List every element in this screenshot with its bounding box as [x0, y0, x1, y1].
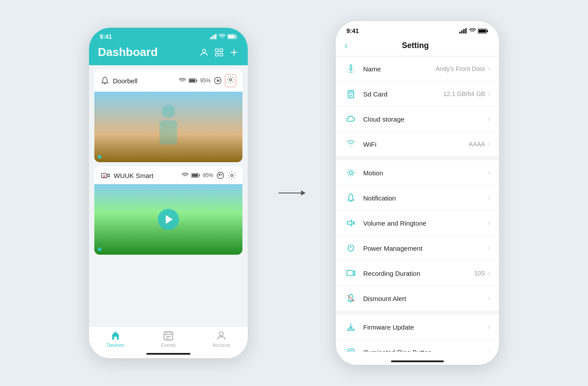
- settings-cloud[interactable]: Cloud storage ›: [336, 107, 499, 132]
- chevron-icon-3: ›: [488, 115, 490, 123]
- settings-power[interactable]: Power Management ›: [336, 236, 499, 261]
- settings-name[interactable]: Name Andy's Front Door ›: [336, 56, 499, 82]
- play-icon[interactable]: [213, 76, 222, 85]
- svg-rect-41: [465, 28, 467, 33]
- add-icon[interactable]: [229, 48, 239, 57]
- person-icon[interactable]: [199, 48, 209, 57]
- settings-motion-label: Motion: [363, 169, 485, 177]
- svg-rect-39: [461, 30, 463, 33]
- wuuk-battery: 95%: [203, 172, 213, 178]
- svg-rect-48: [349, 92, 353, 94]
- left-home-indicator: [146, 353, 190, 355]
- camera-icon: [100, 172, 110, 179]
- svg-point-7: [202, 49, 205, 52]
- settings-name-label: Name: [363, 65, 435, 73]
- gear-icon[interactable]: [226, 75, 235, 84]
- account-icon: [216, 330, 227, 341]
- svg-point-52: [348, 170, 354, 176]
- settings-motion[interactable]: Motion ›: [336, 160, 499, 186]
- settings-wifi[interactable]: WiFi AAAA ›: [336, 132, 499, 157]
- sdcard-icon: [345, 88, 357, 100]
- svg-rect-16: [189, 79, 195, 82]
- doorbell-header: Doorbell 95%: [94, 70, 242, 92]
- left-phone: 9:41 Dashboard: [89, 28, 248, 358]
- left-status-icons: [210, 34, 237, 39]
- nav-events[interactable]: Events: [142, 330, 195, 348]
- settings-recording[interactable]: Recording Duration 10S ›: [336, 261, 499, 286]
- svg-rect-27: [192, 174, 198, 177]
- svg-rect-10: [216, 53, 218, 56]
- wuuk-play-btn[interactable]: [158, 209, 179, 230]
- wuuk-name: WUUK Smart: [114, 172, 178, 179]
- chevron-icon-10: ›: [488, 294, 490, 302]
- settings-sdcard-value: 12.1 GB/64 GB: [443, 90, 485, 97]
- wuuk-replay-icon[interactable]: [216, 171, 225, 180]
- doorbell-name: Doorbell: [113, 77, 175, 85]
- header-actions: [199, 48, 239, 57]
- settings-firmware[interactable]: Firmware Update ›: [336, 315, 499, 340]
- settings-ring[interactable]: Illuminated Ring Button ›: [336, 340, 499, 352]
- settings-sdcard-label: Sd Card: [363, 90, 443, 98]
- left-status-bar: 9:41: [89, 28, 248, 42]
- chevron-icon-12: ›: [488, 348, 490, 352]
- notification-icon: [345, 192, 357, 204]
- settings-recording-value: 10S: [474, 270, 485, 277]
- right-battery-icon: [478, 28, 488, 34]
- home-icon: [110, 330, 121, 341]
- svg-rect-58: [348, 329, 354, 331]
- nav-devices[interactable]: Devices: [89, 330, 142, 348]
- svg-rect-21: [160, 120, 177, 145]
- nav-account-label: Account: [212, 342, 230, 348]
- settings-volume[interactable]: Volume and Ringtone ›: [336, 211, 499, 236]
- svg-rect-40: [463, 29, 465, 33]
- right-home-indicator: [391, 360, 444, 362]
- nav-devices-label: Devices: [107, 342, 124, 348]
- divider-2: [336, 311, 499, 315]
- settings-title: Setting: [353, 41, 478, 50]
- wifi-setting-icon: [345, 138, 357, 150]
- events-icon: [163, 330, 174, 341]
- chevron-icon: ›: [488, 65, 490, 73]
- svg-point-59: [347, 349, 355, 352]
- doorbell-meta: 95%: [179, 74, 236, 87]
- settings-sdcard[interactable]: Sd Card 12.1 GB/64 GB ›: [336, 82, 499, 107]
- svg-rect-3: [215, 34, 216, 39]
- right-time: 9:41: [346, 27, 359, 34]
- settings-dismount[interactable]: Dismount Alert ›: [336, 286, 499, 311]
- chevron-icon-8: ›: [488, 244, 490, 252]
- settings-notification-label: Notification: [363, 194, 485, 202]
- svg-rect-26: [199, 174, 200, 176]
- chevron-icon-6: ›: [488, 194, 490, 202]
- right-status-bar: 9:41: [336, 21, 499, 37]
- svg-rect-44: [479, 30, 486, 33]
- app-header: Dashboard: [89, 42, 248, 65]
- arrow-line: [279, 193, 305, 193]
- settings-name-value: Andy's Front Door: [435, 65, 485, 72]
- battery-icon: [227, 34, 237, 39]
- wuuk-gear-icon[interactable]: [227, 171, 236, 180]
- wuuk-online-dot: [98, 248, 101, 251]
- nav-account[interactable]: Account: [195, 330, 248, 348]
- svg-point-37: [220, 332, 223, 336]
- phone-body: Doorbell 95%: [89, 65, 248, 326]
- doorbell-battery-icon: [189, 78, 197, 83]
- doorbell-settings-highlight: [225, 74, 236, 87]
- online-dot: [98, 155, 101, 159]
- svg-point-19: [230, 79, 232, 81]
- doorbell-wifi-icon: [179, 78, 186, 83]
- svg-rect-55: [347, 271, 354, 276]
- svg-rect-9: [220, 48, 223, 51]
- settings-cloud-label: Cloud storage: [363, 115, 485, 123]
- settings-notification[interactable]: Notification ›: [336, 186, 499, 211]
- dashboard-title: Dashboard: [98, 45, 158, 59]
- chevron-icon-7: ›: [488, 219, 490, 227]
- svg-rect-1: [212, 36, 213, 39]
- doorbell-card[interactable]: Doorbell 95%: [94, 70, 242, 162]
- nav-events-label: Events: [161, 342, 176, 348]
- back-button[interactable]: ‹: [345, 41, 348, 51]
- grid-icon[interactable]: [214, 48, 224, 57]
- wuuk-camera-feed[interactable]: [94, 184, 242, 255]
- wuuk-card[interactable]: WUUK Smart 95%: [94, 167, 242, 255]
- doorbell-camera-feed[interactable]: [94, 92, 242, 162]
- motion-icon: [345, 167, 357, 179]
